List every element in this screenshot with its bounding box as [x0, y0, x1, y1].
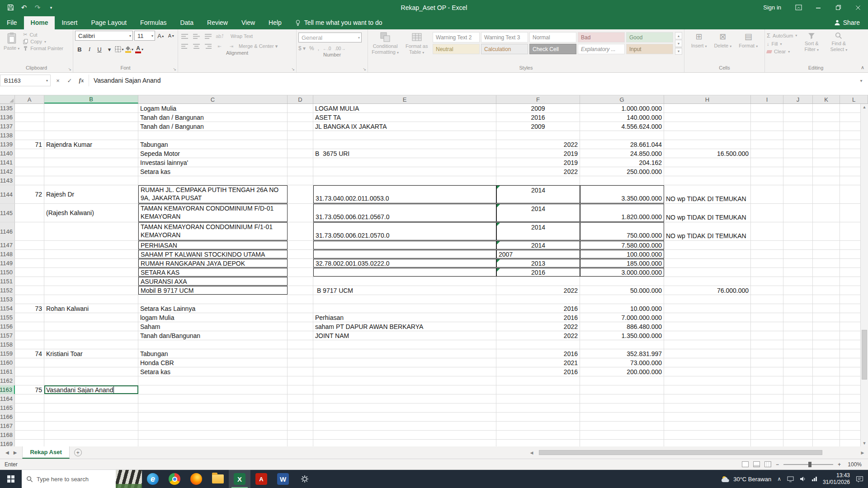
- cell-K1139[interactable]: [813, 140, 840, 149]
- cell-I1140[interactable]: [751, 149, 783, 158]
- cell-E1145[interactable]: 31.73.050.006.021.0567.0: [313, 204, 496, 222]
- cell-B1168[interactable]: [44, 431, 138, 439]
- cell-J1169[interactable]: [783, 440, 813, 446]
- cell-H1136[interactable]: [664, 113, 751, 122]
- taskbar-excel-button[interactable]: X: [229, 470, 250, 488]
- cell-A1147[interactable]: [15, 241, 44, 249]
- row-header-1143[interactable]: 1143: [0, 176, 15, 185]
- cell-J1156[interactable]: [783, 322, 813, 331]
- taskbar-acrobat-button[interactable]: A: [250, 470, 272, 488]
- close-button[interactable]: [848, 0, 868, 15]
- cell-F1165[interactable]: [496, 404, 580, 412]
- cell-F1147[interactable]: 2014: [496, 241, 580, 249]
- cell-J1144[interactable]: [783, 185, 813, 203]
- cell-C1137[interactable]: Tanah dan / Bangunan: [138, 122, 288, 131]
- cell-K1146[interactable]: [813, 222, 840, 240]
- cell-G1161[interactable]: 200.000.000: [580, 367, 664, 376]
- search-highlight-zebra-image[interactable]: [116, 470, 142, 488]
- cell-style-warning-text-3[interactable]: Warning Text 3: [481, 32, 528, 42]
- cell-D1151[interactable]: [288, 277, 313, 286]
- cell-H1157[interactable]: [664, 331, 751, 340]
- ribbon-tab-page-layout[interactable]: Page Layout: [84, 16, 133, 29]
- zoom-level[interactable]: 100%: [845, 461, 862, 468]
- taskbar-chrome-button[interactable]: [164, 470, 185, 488]
- cell-B1154[interactable]: Rohan Kalwani: [44, 304, 138, 313]
- ribbon-tab-insert[interactable]: Insert: [55, 16, 84, 29]
- cell-I1154[interactable]: [751, 304, 783, 313]
- cell-B1146[interactable]: [44, 222, 138, 240]
- cell-G1166[interactable]: [580, 413, 664, 421]
- cell-I1167[interactable]: [751, 422, 783, 430]
- cell-I1144[interactable]: [751, 185, 783, 203]
- zoom-in-button[interactable]: +: [838, 461, 841, 468]
- cell-J1158[interactable]: [783, 340, 813, 349]
- cell-E1164[interactable]: [313, 394, 496, 403]
- cell-I1158[interactable]: [751, 340, 783, 349]
- cell-K1165[interactable]: [813, 404, 840, 412]
- cell-H1145[interactable]: NO wp TIDAK DI TEMUKAN: [664, 204, 751, 222]
- cell-G1158[interactable]: [580, 340, 664, 349]
- cell-E1151[interactable]: [313, 277, 496, 286]
- row-header-1150[interactable]: 1150: [0, 268, 15, 277]
- cell-A1139[interactable]: 71: [15, 140, 44, 149]
- cell-I1162[interactable]: [751, 376, 783, 385]
- cell-J1149[interactable]: [783, 259, 813, 267]
- cell-B1137[interactable]: [44, 122, 138, 131]
- cell-A1140[interactable]: [15, 149, 44, 158]
- cell-I1141[interactable]: [751, 158, 783, 167]
- cell-A1167[interactable]: [15, 422, 44, 430]
- conditional-formatting-button[interactable]: Conditional Formatting ▾: [370, 31, 401, 56]
- cell-C1149[interactable]: RUMAH RANGKAPAN JAYA DEPOK: [138, 259, 288, 267]
- cell-H1167[interactable]: [664, 422, 751, 430]
- taskbar-firefox-button[interactable]: [185, 470, 207, 488]
- cell-J1165[interactable]: [783, 404, 813, 412]
- zoom-slider-thumb[interactable]: [808, 462, 811, 467]
- taskbar-edge-button[interactable]: e: [142, 470, 164, 488]
- insert-cells-button[interactable]: ⊞ Insert ▾: [689, 31, 709, 50]
- vertical-scrollbar[interactable]: ▲ ▼: [860, 104, 868, 446]
- cell-C1156[interactable]: Saham: [138, 322, 288, 331]
- cell-C1150[interactable]: SETARA KAS: [138, 268, 288, 277]
- cell-K1158[interactable]: [813, 340, 840, 349]
- undo-button[interactable]: ↶: [18, 2, 30, 14]
- cell-H1147[interactable]: [664, 241, 751, 249]
- cell-H1149[interactable]: [664, 259, 751, 267]
- cell-D1148[interactable]: [288, 250, 313, 258]
- cell-C1143[interactable]: [138, 176, 288, 185]
- cell-I1169[interactable]: [751, 440, 783, 446]
- delete-cells-button[interactable]: ⊠ Delete ▾: [712, 31, 733, 50]
- column-header-A[interactable]: A: [15, 95, 44, 103]
- cell-C1168[interactable]: [138, 431, 288, 439]
- column-header-B[interactable]: B: [44, 95, 138, 103]
- align-center-icon[interactable]: [192, 42, 201, 50]
- cell-I1156[interactable]: [751, 322, 783, 331]
- cell-C1152[interactable]: Mobil B 9717 UCM: [138, 286, 288, 295]
- orientation-icon[interactable]: ab⤴: [215, 33, 224, 40]
- cell-A1141[interactable]: [15, 158, 44, 167]
- cell-F1166[interactable]: [496, 413, 580, 421]
- cell-F1164[interactable]: [496, 394, 580, 403]
- alignment-dialog-launcher-icon[interactable]: ↘: [291, 67, 295, 71]
- formula-bar-expand-icon[interactable]: ▾: [854, 75, 868, 86]
- cell-F1145[interactable]: 2014: [496, 204, 580, 222]
- share-button[interactable]: Share: [826, 19, 868, 29]
- cell-B1140[interactable]: [44, 149, 138, 158]
- cell-F1149[interactable]: 2013: [496, 259, 580, 267]
- cell-K1168[interactable]: [813, 431, 840, 439]
- cell-E1160[interactable]: [313, 358, 496, 367]
- cell-J1136[interactable]: [783, 113, 813, 122]
- cell-B1151[interactable]: [44, 277, 138, 286]
- cell-D1152[interactable]: [288, 286, 313, 295]
- cell-E1165[interactable]: [313, 404, 496, 412]
- cell-C1162[interactable]: [138, 376, 288, 385]
- sign-in-button[interactable]: Sign in: [756, 4, 788, 11]
- cancel-entry-button[interactable]: ×: [52, 75, 63, 85]
- cell-I1137[interactable]: [751, 122, 783, 131]
- cell-style-neutral[interactable]: Neutral: [433, 44, 480, 54]
- row-header-1149[interactable]: 1149: [0, 259, 15, 267]
- column-header-D[interactable]: D: [288, 95, 313, 103]
- cell-K1152[interactable]: [813, 286, 840, 295]
- tell-me-box[interactable]: Tell me what you want to do: [288, 19, 389, 29]
- cell-B1160[interactable]: [44, 358, 138, 367]
- gallery-down-icon[interactable]: ▾: [675, 40, 682, 47]
